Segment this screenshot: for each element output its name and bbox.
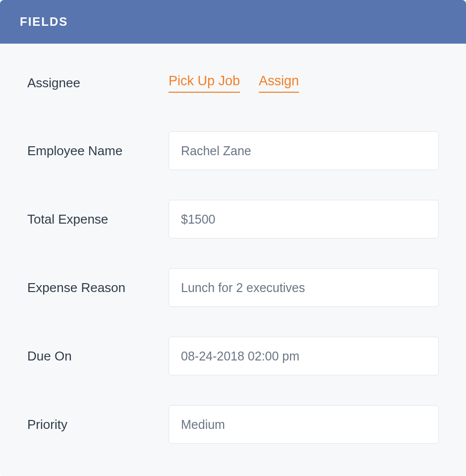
field-row-assignee: Assignee Pick Up Job Assign xyxy=(27,73,439,93)
field-row-total-expense: Total Expense xyxy=(27,200,439,238)
expense-reason-control xyxy=(169,268,439,307)
expense-reason-label: Expense Reason xyxy=(27,280,169,296)
total-expense-control xyxy=(169,200,439,238)
priority-input[interactable] xyxy=(169,405,439,444)
employee-name-control xyxy=(169,131,439,170)
priority-control xyxy=(169,405,439,444)
field-row-priority: Priority xyxy=(27,405,439,444)
field-row-due-on: Due On xyxy=(27,337,439,375)
card-body: Assignee Pick Up Job Assign Employee Nam… xyxy=(0,44,466,476)
priority-label: Priority xyxy=(27,417,169,432)
expense-reason-input[interactable] xyxy=(169,268,439,307)
due-on-label: Due On xyxy=(27,349,169,364)
total-expense-input[interactable] xyxy=(169,200,439,238)
field-row-expense-reason: Expense Reason xyxy=(27,268,439,307)
total-expense-label: Total Expense xyxy=(27,212,169,227)
fields-card: FIELDS Assignee Pick Up Job Assign Emplo… xyxy=(0,0,466,476)
pick-up-job-button[interactable]: Pick Up Job xyxy=(169,73,240,93)
employee-name-label: Employee Name xyxy=(27,143,169,159)
card-title: FIELDS xyxy=(20,15,68,28)
due-on-control xyxy=(169,337,439,375)
employee-name-input[interactable] xyxy=(169,131,439,170)
field-row-employee-name: Employee Name xyxy=(27,131,439,170)
assignee-actions: Pick Up Job Assign xyxy=(169,73,439,93)
assignee-label: Assignee xyxy=(27,75,169,91)
card-header: FIELDS xyxy=(0,0,466,44)
assign-button[interactable]: Assign xyxy=(259,73,299,93)
due-on-input[interactable] xyxy=(169,337,439,375)
